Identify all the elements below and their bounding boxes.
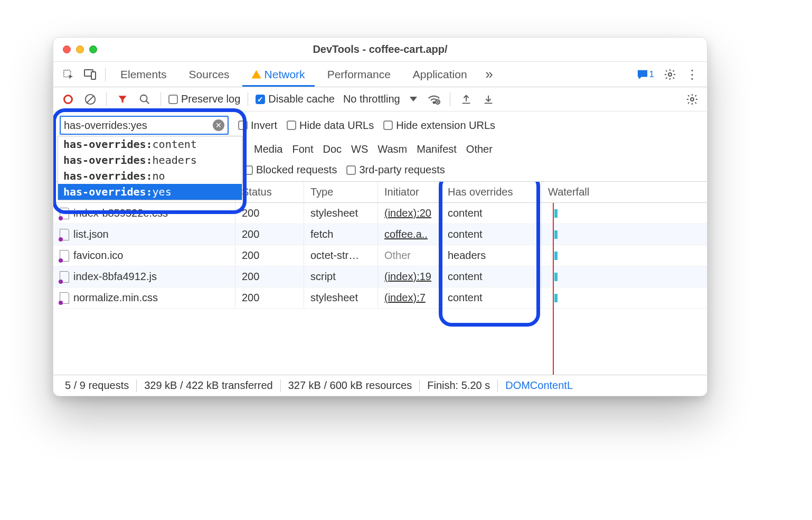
request-type: stylesheet (304, 203, 378, 224)
request-waterfall (542, 245, 707, 266)
network-conditions-icon[interactable] (426, 91, 442, 108)
filter-type-wasm[interactable]: Wasm (377, 143, 407, 155)
request-waterfall (542, 224, 707, 245)
col-waterfall[interactable]: Waterfall (542, 182, 707, 202)
tab-sources[interactable]: Sources (180, 62, 239, 87)
tab-network-label: Network (265, 68, 305, 81)
request-type: octet-str… (304, 245, 378, 266)
request-initiator[interactable]: (index):19 (384, 271, 431, 283)
svg-line-7 (146, 100, 149, 104)
filter-type-doc[interactable]: Doc (323, 143, 342, 155)
upload-har-icon[interactable] (458, 91, 475, 108)
issues-button[interactable]: 1 (634, 69, 657, 80)
tab-network[interactable]: Network (242, 62, 315, 87)
filter-type-other[interactable]: Other (466, 143, 493, 155)
request-status: 200 (235, 266, 304, 287)
col-has-overrides[interactable]: Has overrides (441, 182, 542, 202)
clear-button[interactable] (82, 91, 99, 108)
checkbox-icon (238, 120, 248, 130)
table-row[interactable]: list.json200fetchcoffee.a..content (53, 224, 707, 245)
preserve-log-checkbox[interactable]: Preserve log (168, 93, 240, 105)
blocked-requests-checkbox[interactable]: Blocked requests (243, 164, 337, 176)
col-status[interactable]: Status (235, 182, 304, 202)
throttling-select[interactable]: No throttling (340, 93, 420, 105)
svg-point-10 (691, 98, 694, 101)
suggestion-option[interactable]: has-overrides:headers (58, 152, 242, 168)
tab-performance[interactable]: Performance (318, 62, 400, 87)
divider (105, 68, 106, 81)
request-name: normalize.min.css (73, 292, 158, 304)
request-has-overrides: content (441, 266, 542, 287)
filter-type-font[interactable]: Font (292, 143, 313, 155)
maximize-window-button[interactable] (89, 45, 97, 53)
request-name: favicon.ico (73, 249, 124, 262)
suggestion-option[interactable]: has-overrides:content (58, 136, 242, 152)
filter-row-1: ✕ Invert Hide data URLs Hide extension U… (53, 112, 707, 139)
filter-type-ws[interactable]: WS (351, 143, 368, 155)
suggestion-option[interactable]: has-overrides:yes (58, 184, 242, 200)
col-initiator[interactable]: Initiator (378, 182, 441, 202)
warning-icon (252, 70, 261, 79)
table-row[interactable]: index-8bfa4912.js200script(index):19cont… (53, 266, 707, 287)
filter-toggle-icon[interactable] (114, 91, 131, 108)
request-type: stylesheet (304, 287, 378, 308)
svg-line-5 (87, 96, 94, 103)
third-party-checkbox[interactable]: 3rd-party requests (346, 164, 445, 176)
disable-cache-checkbox[interactable]: ✓ Disable cache (256, 93, 335, 105)
status-finish: Finish: 5.20 s (420, 379, 497, 392)
request-name: list.json (73, 228, 109, 240)
more-tabs-icon[interactable]: » (480, 65, 499, 84)
request-waterfall (542, 287, 707, 308)
third-party-label: 3rd-party requests (359, 164, 445, 176)
request-has-overrides: content (441, 203, 542, 224)
filters-area: ✕ Invert Hide data URLs Hide extension U… (53, 112, 707, 182)
network-toolbar: Preserve log ✓ Disable cache No throttli… (53, 87, 707, 112)
request-initiator[interactable]: coffee.a.. (384, 228, 428, 240)
hide-data-urls-checkbox[interactable]: Hide data URLs (287, 119, 374, 132)
file-icon (60, 250, 69, 262)
col-type[interactable]: Type (304, 182, 378, 202)
record-button[interactable] (60, 91, 77, 108)
request-has-overrides: content (441, 224, 542, 245)
titlebar: DevTools - coffee-cart.app/ (53, 38, 707, 62)
hide-ext-label: Hide extension URLs (396, 119, 495, 132)
download-har-icon[interactable] (480, 91, 497, 108)
checkbox-icon (383, 120, 393, 130)
request-initiator[interactable]: (index):20 (384, 207, 431, 219)
table-row[interactable]: favicon.ico200octet-str…Otherheaders (53, 245, 707, 266)
tab-application[interactable]: Application (403, 62, 477, 87)
svg-point-3 (668, 73, 672, 76)
filter-type-manifest[interactable]: Manifest (417, 143, 457, 155)
disable-cache-label: Disable cache (268, 93, 335, 105)
table-row[interactable]: index-b859522e.css200stylesheet(index):2… (53, 203, 707, 224)
clear-filter-icon[interactable]: ✕ (213, 119, 224, 131)
request-initiator[interactable]: (index):7 (384, 292, 426, 304)
svg-rect-2 (91, 72, 96, 79)
network-settings-icon[interactable] (684, 91, 701, 108)
invert-label: Invert (251, 119, 277, 132)
filter-input[interactable] (64, 119, 210, 132)
hide-extension-urls-checkbox[interactable]: Hide extension URLs (383, 119, 495, 132)
issues-count: 1 (649, 69, 654, 80)
search-icon[interactable] (136, 91, 153, 108)
device-toggle-icon[interactable] (81, 65, 100, 84)
invert-checkbox[interactable]: Invert (238, 119, 277, 132)
request-type: fetch (304, 224, 378, 245)
request-waterfall (542, 266, 707, 287)
table-row[interactable]: normalize.min.css200stylesheet(index):7c… (53, 287, 707, 309)
close-window-button[interactable] (63, 45, 71, 53)
status-requests: 5 / 9 requests (58, 379, 136, 392)
filter-type-media[interactable]: Media (254, 143, 282, 155)
request-status: 200 (235, 245, 304, 266)
kebab-menu-icon[interactable]: ⋮ (683, 65, 702, 84)
window-controls (53, 45, 97, 53)
request-initiator: Other (384, 249, 411, 262)
tab-elements[interactable]: Elements (111, 62, 176, 87)
table-body: index-b859522e.css200stylesheet(index):2… (53, 203, 707, 375)
request-has-overrides: content (441, 287, 542, 308)
inspect-element-icon[interactable] (59, 65, 78, 84)
request-status: 200 (235, 224, 304, 245)
settings-icon[interactable] (660, 65, 679, 84)
minimize-window-button[interactable] (76, 45, 84, 53)
suggestion-option[interactable]: has-overrides:no (58, 168, 242, 184)
